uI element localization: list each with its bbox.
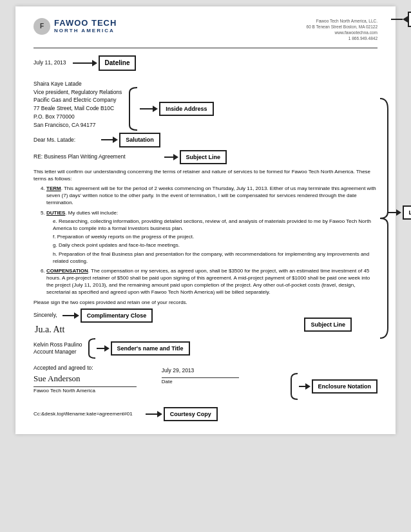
sender-name: Kelvin Ross Paulino bbox=[33, 341, 82, 348]
courtesy-copy-label: Courtesy Copy bbox=[164, 407, 218, 421]
duties-text: . My duties will include: bbox=[65, 210, 118, 216]
courtesy-copy-text: Cc:&desk.top\filename:kate=agreement#01 bbox=[33, 411, 133, 418]
cc-arrow-tip bbox=[157, 411, 162, 417]
date-divider bbox=[162, 377, 239, 378]
ia-line3: Pacific Gas and Electric Company bbox=[33, 96, 122, 104]
inside-address-annotation: Inside Address bbox=[128, 80, 213, 126]
logo-area: F FAWOO TECH NORTH AMERICA bbox=[33, 18, 117, 35]
sender-block: Kelvin Ross Paulino Account Manager bbox=[33, 341, 82, 356]
ia-arrow: Inside Address bbox=[128, 86, 213, 131]
sender-arrow-line bbox=[97, 348, 104, 349]
comp-title: COMPENSATION bbox=[46, 268, 88, 274]
ia-line4: 77 Beale Street, Mail Code B10C bbox=[33, 104, 122, 113]
ia-line2: Vice president, Regulatory Relations bbox=[33, 88, 122, 97]
salutation-row: Dear Ms. Latade: Salutation bbox=[33, 133, 378, 147]
letter-content-annotation: Letter Content bbox=[387, 205, 412, 220]
close-arrow-tip bbox=[74, 312, 79, 319]
logo-text: FAWOO TECH NORTH AMERICA bbox=[54, 19, 117, 33]
cc-arrow-line bbox=[146, 413, 157, 415]
signature-handwriting: Ju.a. Att bbox=[33, 324, 190, 337]
dateline-text: July 11, 2013 bbox=[33, 59, 66, 66]
subject-line-top-annotation: Subject Line bbox=[164, 150, 227, 164]
accepted-text: Accepted and agreed to: bbox=[33, 365, 162, 372]
accepted-divider bbox=[33, 386, 137, 387]
duty-f: f. Preparation of weekly reports on the … bbox=[53, 233, 378, 240]
term-title: TERM bbox=[46, 185, 61, 191]
ia-line5: P.O. Box 770000 bbox=[33, 113, 122, 121]
subject-line-bottom-annotation: Subject Line bbox=[304, 318, 352, 332]
close-section: Sincerely, Complimentary Close Ju.a. Att… bbox=[33, 309, 378, 359]
courtesy-copy-row: Cc:&desk.top\filename:kate=agreement#01 … bbox=[33, 407, 378, 421]
letter-content-label: Letter Content bbox=[403, 205, 412, 220]
dateline-annotation: Dateline bbox=[73, 55, 137, 71]
phone: 1 866.949.4842 bbox=[307, 35, 378, 41]
enclosure-label-row: Enclosure Notation bbox=[299, 379, 378, 394]
ia-brace-svg bbox=[128, 86, 139, 131]
inside-address-label: Inside Address bbox=[159, 102, 213, 116]
ia-arrow-tip bbox=[153, 106, 158, 112]
letter-page: F FAWOO TECH NORTH AMERICA Fawoo Tech No… bbox=[15, 6, 396, 434]
accepted-section: Accepted and agreed to: Sue Anderson Faw… bbox=[33, 365, 378, 402]
close-row: Sincerely, Complimentary Close bbox=[33, 309, 190, 323]
enclosure-brace-svg bbox=[290, 371, 299, 402]
salutation-annotation: Salutation bbox=[101, 133, 160, 147]
sl-arrow bbox=[164, 157, 173, 158]
logo-icon: F bbox=[33, 18, 50, 35]
salutation-label: Salutation bbox=[119, 133, 160, 147]
date-word: Date bbox=[162, 379, 173, 386]
lc-arrow-line bbox=[387, 212, 396, 213]
ia-line1: Shaira Kaye Latade bbox=[33, 80, 122, 88]
duty-g: g. Daily check point updates and face-to… bbox=[53, 242, 378, 249]
accepted-date: July 29, 2013 bbox=[162, 367, 195, 374]
address-line2: 60 B Tenean Street Boston, MA 02122 bbox=[307, 24, 378, 30]
sender-title: Account Manager bbox=[33, 348, 82, 356]
accepted-company: Fawoo Tech North America bbox=[33, 388, 162, 395]
company-main: FAWOO TECH bbox=[54, 19, 117, 28]
subject-line-bottom-label: Subject Line bbox=[304, 318, 352, 332]
letterhead-section: F FAWOO TECH NORTH AMERICA Fawoo Tech No… bbox=[33, 18, 378, 41]
body-item-compensation: COMPENSATION. The compensation or my ser… bbox=[46, 267, 378, 296]
duties-list: e. Researching, collecting information, … bbox=[46, 218, 378, 265]
lc-arrow-tip bbox=[396, 209, 401, 216]
inside-address-section: Shaira Kaye Latade Vice president, Regul… bbox=[33, 80, 378, 129]
sender-label-row: Sender's name and Title bbox=[97, 341, 190, 356]
close-annotation: Complimentary Close bbox=[62, 309, 153, 323]
sender-row: Kelvin Ross Paulino Account Manager Send… bbox=[33, 337, 190, 359]
body-list: TERM. This agreement will be for the per… bbox=[33, 185, 378, 296]
letterhead-annotation: Letterhead bbox=[391, 12, 411, 27]
body-item-term: TERM. This agreement will be for the per… bbox=[46, 185, 378, 207]
dateline-arrow-tip bbox=[92, 60, 97, 66]
dateline-arrow bbox=[73, 62, 92, 64]
company-info: Fawoo Tech North America, LLC. 60 B Tene… bbox=[307, 18, 378, 41]
courtesy-copy-annotation: Courtesy Copy bbox=[146, 407, 218, 421]
enclosure-arrow-line bbox=[299, 386, 305, 387]
close-block: Sincerely, Complimentary Close Ju.a. Att… bbox=[33, 309, 190, 359]
enclosure-arrow-tip bbox=[305, 383, 311, 390]
enclosure-label: Enclosure Notation bbox=[312, 379, 378, 394]
duty-h: h. Preparation of the final Business pla… bbox=[53, 251, 378, 265]
address-line1: Fawoo Tech North America, LLC. bbox=[307, 18, 378, 24]
sender-arrow-tip bbox=[104, 345, 110, 352]
enclosure-annotation: Enclosure Notation bbox=[290, 371, 378, 402]
body-item-duties: DUTIES. My duties will include: e. Resea… bbox=[46, 209, 378, 265]
letterhead-arrow-line bbox=[391, 19, 403, 20]
ia-arrow-label: Inside Address bbox=[140, 102, 213, 116]
sender-label: Sender's name and Title bbox=[111, 341, 190, 356]
salutation-text: Dear Ms. Latade: bbox=[33, 137, 75, 144]
comp-text: . The compensation or my services, as ag… bbox=[46, 268, 370, 296]
closing-line: Please sign the two copies provided and … bbox=[33, 299, 378, 306]
website: www.fawootechna.com bbox=[307, 30, 378, 35]
dateline-label: Dateline bbox=[99, 55, 137, 71]
company-sub: NORTH AMERICA bbox=[54, 28, 117, 34]
letterhead-arrow-tip bbox=[403, 16, 408, 23]
letterhead-label: Letterhead bbox=[408, 12, 411, 27]
close-label: Complimentary Close bbox=[81, 309, 153, 323]
term-text: . This agreement will be for the period … bbox=[46, 185, 376, 205]
accepted-block: Accepted and agreed to: Sue Anderson Faw… bbox=[33, 365, 162, 395]
accepted-signature: Sue Anderson bbox=[33, 373, 162, 385]
dateline-row: July 11, 2013 Dateline bbox=[33, 55, 378, 71]
ia-line-horiz bbox=[140, 108, 153, 109]
duty-e: e. Researching, collecting information, … bbox=[53, 218, 378, 232]
close-text: Sincerely, bbox=[33, 312, 57, 319]
duties-title: DUTIES bbox=[46, 210, 65, 216]
